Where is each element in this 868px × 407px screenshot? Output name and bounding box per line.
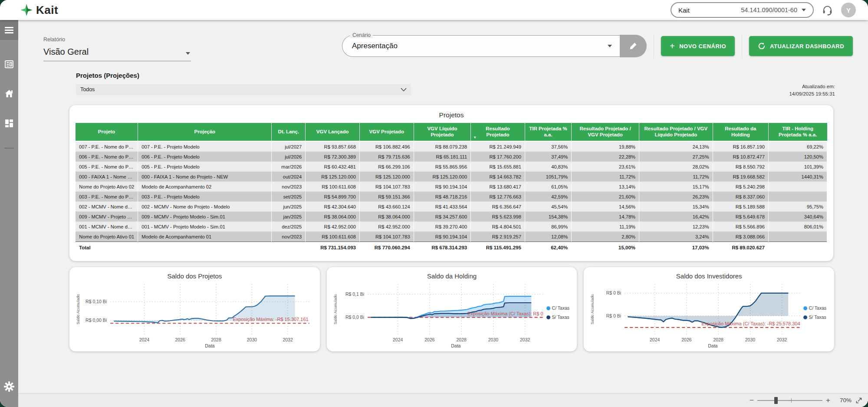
svg-text:R$ 0 Bi: R$ 0 Bi <box>606 313 621 318</box>
menu-toggle-button[interactable] <box>0 20 18 40</box>
cell: R$ 15.655.881 <box>471 162 525 172</box>
total-cell: R$ 678.314.293 <box>414 242 471 254</box>
cell: 19,88% <box>572 141 639 152</box>
total-cell: R$ 115.491.295 <box>471 242 525 254</box>
projects-filter: Projetos (Projeções) Todos <box>76 72 411 95</box>
cell: 16,42% <box>639 212 713 222</box>
cell: Nome do Projeto Ativo 02 <box>76 182 138 192</box>
cell: R$ 5.566.896 <box>713 222 768 232</box>
column-header[interactable]: Resultado da Holding <box>713 123 768 142</box>
legend-item[interactable]: C/ Taxas <box>546 306 569 311</box>
table-title: Projetos <box>76 109 827 123</box>
zoom-slider-handle[interactable] <box>774 397 778 404</box>
cell: R$ 17.760.200 <box>471 152 525 162</box>
cell: R$ 8.550.792 <box>713 162 768 172</box>
table-row[interactable]: 007 - P.E. - Nome do Proj...007 - P.E. -… <box>76 141 827 152</box>
table-row[interactable]: 002 - MCMV - Nome do ...002 - MCMV - Nom… <box>76 202 827 212</box>
cell: R$ 42.952.000 <box>306 222 360 232</box>
cell <box>768 232 827 242</box>
cell: R$ 106.882.496 <box>359 141 414 152</box>
total-cell: R$ 770.060.294 <box>359 242 414 254</box>
zoom-out-button[interactable]: − <box>746 396 757 405</box>
column-header[interactable]: Projeção <box>138 123 272 142</box>
cell: R$ 72.300.389 <box>306 152 360 162</box>
chevron-down-icon <box>802 9 806 11</box>
table-row[interactable]: 003 - P.E. - Nome do Proj...003 - P.E. -… <box>76 192 827 202</box>
scenario-select[interactable]: Cenário Apresentação <box>342 35 620 57</box>
cell: R$ 2.919.257 <box>471 232 525 242</box>
cell: R$ 104.107.783 <box>359 182 414 192</box>
cell: 000 - FAIXA 1 - Nome do ... <box>76 172 138 182</box>
table-row[interactable]: 009 - MCMV - Projeto Mo...009 - MCMV - P… <box>76 212 827 222</box>
refresh-dashboard-button[interactable]: ATUALIZAR DASHBOARD <box>749 36 853 56</box>
pencil-icon <box>629 42 638 50</box>
report-icon <box>4 63 14 71</box>
cell: jul/2027 <box>272 141 306 152</box>
total-cell: 15,00% <box>572 242 639 254</box>
cell: dez/2025 <box>272 222 306 232</box>
cell: 340,64% <box>768 212 827 222</box>
sidebar-item-reports[interactable] <box>4 59 14 69</box>
table-row[interactable]: 005 - P.E. - Nome do Proj...005 - P.E. -… <box>76 162 827 172</box>
cell: R$ 8.337.060 <box>713 192 768 202</box>
cell: R$ 66.299.106 <box>359 162 414 172</box>
cell: R$ 4.804.501 <box>471 222 525 232</box>
zoom-slider[interactable] <box>757 400 822 401</box>
svg-text:R$ 0,1 Bi: R$ 0,1 Bi <box>345 291 364 297</box>
column-header[interactable]: VGV Lançado <box>306 123 360 142</box>
table-row[interactable]: Nome do Projeto Ativo 02Modelo de Acompa… <box>76 182 827 192</box>
home-icon <box>4 93 14 100</box>
legend-item[interactable]: C/ Taxas <box>803 306 826 311</box>
column-header[interactable]: Dt. Lanç. <box>272 123 306 142</box>
chart-canvas: Exposição Máxima (C/ Taxas): R$ 02024202… <box>331 281 573 349</box>
cell: 15,17% <box>639 182 713 192</box>
cell: 006 - P.E. - Projeto Modelo <box>138 152 272 162</box>
company-selector[interactable]: Kait 54.141.090/0001-60 <box>671 2 814 18</box>
cell: 27,25% <box>639 152 713 162</box>
column-header[interactable]: Resultado Projetado / VGV Projetado <box>572 123 639 142</box>
column-header[interactable]: TIR - Holding Projetada % a.a. <box>768 123 827 142</box>
new-scenario-label: NOVO CENÁRIO <box>679 43 726 50</box>
cell: R$ 79.715.636 <box>359 152 414 162</box>
cell: 23,61% <box>572 162 639 172</box>
new-scenario-button[interactable]: + NOVO CENÁRIO <box>661 36 735 56</box>
chart-saldo-projetos: Saldo dos Projetos Exposição Máxima: -R$… <box>69 267 320 351</box>
table-row[interactable]: 000 - FAIXA 1 - Nome do ...000 - FAIXA 1… <box>76 172 827 182</box>
sidebar-item-dashboards[interactable] <box>4 118 14 129</box>
cell: R$ 42.952.000 <box>359 222 414 232</box>
company-name: Kait <box>678 7 690 14</box>
avatar[interactable]: Y <box>841 3 856 17</box>
cell: R$ 88.079.238 <box>414 141 471 152</box>
column-header[interactable]: VGV Líquido Projetado <box>414 123 471 142</box>
svg-text:2032: 2032 <box>777 338 787 343</box>
table-row[interactable]: 001 - MCMV - Nome do ...001 - MCMV - Pro… <box>76 222 827 232</box>
column-header[interactable]: TIR Projetada % a.a. <box>525 123 571 142</box>
scenario-group: Cenário Apresentação <box>342 35 647 57</box>
report-select[interactable]: Visão Geral <box>43 43 191 61</box>
column-header[interactable]: Projeto <box>76 123 138 142</box>
svg-text:2024: 2024 <box>393 338 403 343</box>
zoom-in-button[interactable]: + <box>822 396 834 405</box>
table-row[interactable]: Nome do Projeto Ativo 01Modelo de Acompa… <box>76 232 827 242</box>
headset-icon[interactable] <box>822 4 833 16</box>
column-header[interactable]: Resultado Projetado / VGV Líquido Projet… <box>639 123 713 142</box>
dashboard-icon <box>4 122 14 130</box>
fit-to-page-icon[interactable] <box>856 397 862 404</box>
cell: 101,39% <box>768 162 827 172</box>
kait-logo-icon <box>20 3 33 17</box>
cell: 26,23% <box>639 192 713 202</box>
legend-item[interactable]: S/ Taxas <box>803 315 826 320</box>
projects-filter-select[interactable]: Todos <box>76 84 411 95</box>
sidebar-item-settings[interactable] <box>3 381 15 392</box>
column-header[interactable]: VGV Projetado <box>359 123 414 142</box>
sidebar-item-projects[interactable] <box>4 89 14 99</box>
column-header[interactable]: Resultado Projetado▼ <box>471 123 525 142</box>
edit-scenario-button[interactable] <box>620 35 647 57</box>
cell: 22,28% <box>572 152 639 162</box>
projects-filter-label: Projetos (Projeções) <box>76 72 411 79</box>
legend-item[interactable]: S/ Taxas <box>546 315 569 320</box>
cell: jan/2025 <box>272 212 306 222</box>
filter-row: Projetos (Projeções) Todos Atualizado em… <box>18 61 868 98</box>
table-row[interactable]: 006 - P.E. - Nome do Proj...006 - P.E. -… <box>76 152 827 162</box>
divider <box>654 35 654 58</box>
